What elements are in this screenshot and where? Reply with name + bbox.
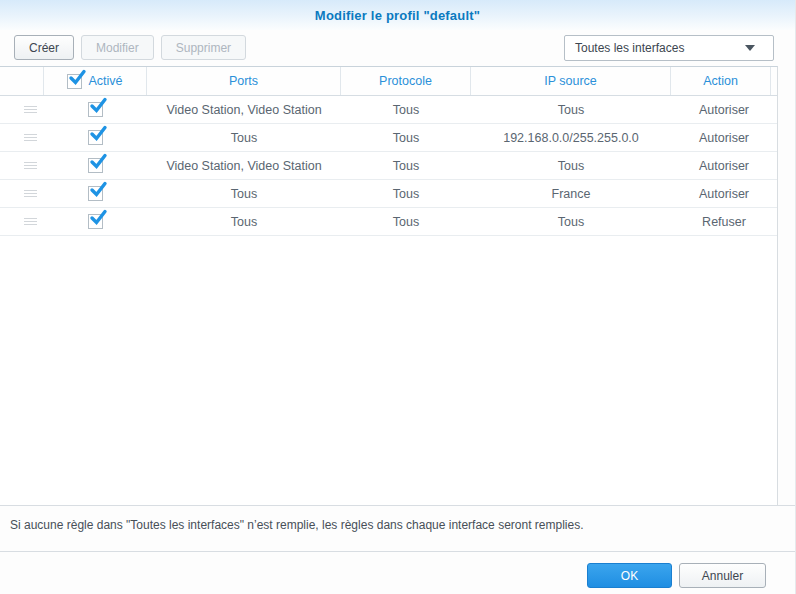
rule-enabled-checkbox[interactable] — [88, 186, 103, 201]
rules-grid: Activé Ports Protocole IP source Action … — [0, 66, 795, 505]
drag-handle-icon[interactable] — [0, 180, 44, 207]
column-header-action[interactable]: Action — [671, 67, 771, 95]
rule-enabled-checkbox[interactable] — [88, 158, 103, 173]
rule-protocol: Tous — [341, 180, 471, 207]
rule-ip-source: 192.168.0.0/255.255.0.0 — [471, 124, 671, 151]
drag-handle-icon[interactable] — [0, 208, 44, 235]
column-header-ports[interactable]: Ports — [147, 67, 341, 95]
note-bar: Si aucune règle dans "Toutes les interfa… — [0, 505, 795, 552]
table-row[interactable]: Tous Tous France Autoriser — [0, 180, 777, 208]
column-header-protocol[interactable]: Protocole — [341, 67, 471, 95]
cancel-button[interactable]: Annuler — [679, 563, 766, 588]
rule-action: Autoriser — [671, 96, 777, 123]
delete-button[interactable]: Supprimer — [161, 35, 246, 60]
rule-ports: Tous — [147, 208, 341, 235]
rule-ip-source: Tous — [471, 96, 671, 123]
rule-ports: Tous — [147, 124, 341, 151]
rule-action: Autoriser — [671, 152, 777, 179]
rule-protocol: Tous — [341, 96, 471, 123]
rule-ip-source: Tous — [471, 152, 671, 179]
ok-button[interactable]: OK — [587, 563, 672, 588]
create-button[interactable]: Créer — [14, 35, 74, 60]
column-header-drag — [0, 67, 44, 95]
note-text: Si aucune règle dans "Toutes les interfa… — [10, 518, 584, 532]
toolbar: Créer Modifier Supprimer Toutes les inte… — [0, 30, 795, 66]
column-header-enabled[interactable]: Activé — [44, 67, 147, 95]
rule-action: Autoriser — [671, 124, 777, 151]
rule-ip-source: Tous — [471, 208, 671, 235]
drag-handle-icon[interactable] — [0, 152, 44, 179]
interface-select-value: Toutes les interfaces — [575, 41, 745, 55]
modify-button[interactable]: Modifier — [81, 35, 154, 60]
dialog-titlebar: Modifier le profil "default" — [0, 0, 795, 30]
table-row[interactable]: Tous Tous 192.168.0.0/255.255.0.0 Autori… — [0, 124, 777, 152]
rule-enabled-checkbox[interactable] — [88, 102, 103, 117]
rule-ip-source: France — [471, 180, 671, 207]
dialog-title: Modifier le profil "default" — [315, 8, 480, 23]
table-row[interactable]: Tous Tous Tous Refuser — [0, 208, 777, 236]
select-all-checkbox[interactable] — [67, 74, 82, 89]
drag-handle-icon[interactable] — [0, 124, 44, 151]
rule-ports: Tous — [147, 180, 341, 207]
rule-protocol: Tous — [341, 208, 471, 235]
grid-header: Activé Ports Protocole IP source Action — [0, 67, 777, 96]
column-header-spacer — [771, 67, 777, 95]
interface-select[interactable]: Toutes les interfaces — [564, 35, 774, 61]
column-header-enabled-label: Activé — [88, 74, 122, 88]
rule-action: Refuser — [671, 208, 777, 235]
chevron-down-icon — [745, 45, 755, 51]
rule-ports: Video Station, Video Station — [147, 152, 341, 179]
rule-enabled-checkbox[interactable] — [88, 214, 103, 229]
rule-enabled-checkbox[interactable] — [88, 130, 103, 145]
rules-grid-panel: Activé Ports Protocole IP source Action … — [0, 66, 778, 505]
table-row[interactable]: Video Station, Video Station Tous Tous A… — [0, 96, 777, 124]
rule-ports: Video Station, Video Station — [147, 96, 341, 123]
rule-protocol: Tous — [341, 152, 471, 179]
rule-protocol: Tous — [341, 124, 471, 151]
table-row[interactable]: Video Station, Video Station Tous Tous A… — [0, 152, 777, 180]
column-header-ip-source[interactable]: IP source — [471, 67, 671, 95]
firewall-profile-dialog: Modifier le profil "default" Créer Modif… — [0, 0, 796, 594]
drag-handle-icon[interactable] — [0, 96, 44, 123]
footer: OK Annuler — [0, 552, 795, 594]
rule-action: Autoriser — [671, 180, 777, 207]
